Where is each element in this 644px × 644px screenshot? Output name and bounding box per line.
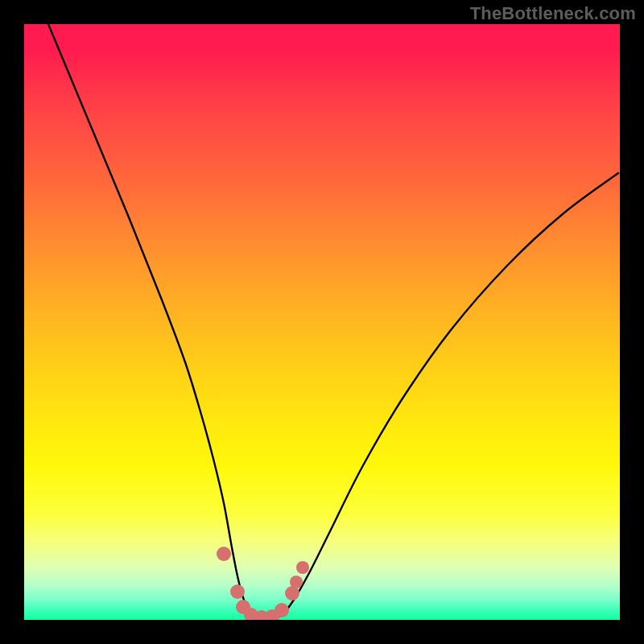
- highlight-marker: [275, 603, 289, 617]
- chart-plot-area: [24, 24, 620, 620]
- attribution-text: TheBottleneck.com: [470, 3, 636, 24]
- bottleneck-curve-path: [48, 24, 618, 618]
- highlight-marker: [230, 584, 245, 599]
- highlight-marker: [217, 547, 231, 561]
- highlight-marker: [296, 561, 309, 574]
- highlight-marker: [290, 576, 303, 588]
- chart-svg-layer: [24, 24, 620, 620]
- highlight-markers: [217, 547, 309, 620]
